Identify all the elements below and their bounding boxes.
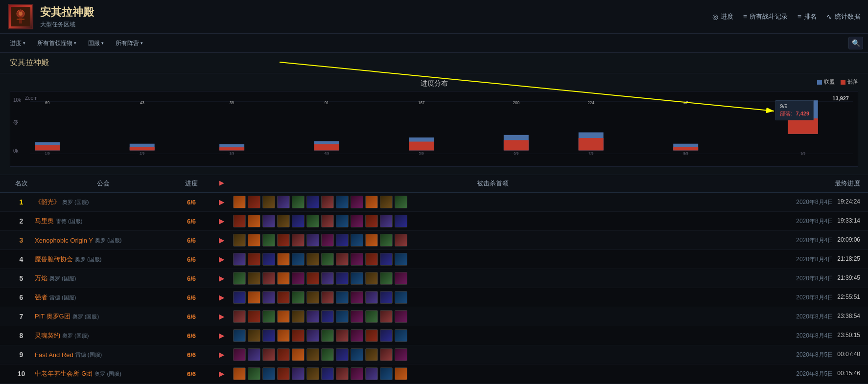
svg-rect-6 bbox=[35, 145, 60, 151]
video-4[interactable]: ▶ bbox=[211, 255, 233, 264]
legend-horde-label: 部落 bbox=[847, 78, 858, 86]
bosses-7 bbox=[233, 310, 752, 323]
chart-section: 进度分布 联盟 部落 10k 0k Zoom 公会 bbox=[0, 73, 868, 175]
bosses-6 bbox=[233, 291, 752, 304]
svg-text:3/9: 3/9 bbox=[230, 151, 235, 156]
svg-text:6/9: 6/9 bbox=[514, 151, 518, 156]
header-title-group: 安其拉神殿 大型任务区域 bbox=[40, 5, 94, 29]
stats-icon: ∿ bbox=[826, 13, 832, 21]
svg-rect-14 bbox=[219, 147, 244, 150]
date-time-10: 2020年8月5日 00:15:46 bbox=[752, 370, 860, 378]
date-time-5: 2020年8月4日 21:39:45 bbox=[752, 274, 860, 283]
nav-ranking[interactable]: ≡ 排名 bbox=[798, 12, 817, 21]
progress-6: 6/6 bbox=[172, 294, 211, 301]
legend-alliance-label: 联盟 bbox=[824, 78, 835, 86]
svg-rect-18 bbox=[314, 144, 339, 151]
rank-5: 5 bbox=[8, 274, 35, 282]
subnav-bosses[interactable]: 所有首领怪物 ▾ bbox=[32, 37, 81, 49]
guild-4[interactable]: 魔兽脆砖协会 奥罗 (国服) bbox=[35, 255, 172, 264]
play-icon: ▶ bbox=[219, 369, 225, 378]
nav-progress-label: 进度 bbox=[721, 12, 733, 21]
search-button[interactable]: 🔍 bbox=[848, 37, 863, 49]
horde-color bbox=[841, 80, 845, 85]
guild-2[interactable]: 马里奥 雷德 (国服) bbox=[35, 217, 172, 226]
guild-8[interactable]: 灵魂契约 奥罗 (国服) bbox=[35, 331, 172, 340]
guild-6[interactable]: 强者 雷德 (国服) bbox=[35, 293, 172, 302]
tooltip-value: 7,429 bbox=[796, 111, 809, 116]
svg-rect-26 bbox=[504, 140, 529, 150]
nav-progress[interactable]: ◎ 进度 bbox=[712, 12, 733, 21]
progress-7: 6/6 bbox=[172, 313, 211, 320]
bosses-9 bbox=[233, 348, 752, 361]
video-9[interactable]: ▶ bbox=[211, 350, 233, 359]
bosses-5 bbox=[233, 271, 752, 285]
progress-4: 6/6 bbox=[172, 256, 211, 263]
bosses-3 bbox=[233, 233, 752, 247]
chevron-down-icon: ▾ bbox=[23, 41, 25, 45]
guild-7[interactable]: PIT 奥罗G团 奥罗 (国服) bbox=[35, 312, 172, 321]
guild-9[interactable]: Fast And Red 雷德 (国服) bbox=[35, 351, 172, 359]
svg-text:9/9: 9/9 bbox=[800, 151, 805, 156]
rank-3: 3 bbox=[8, 236, 35, 244]
nav-ranking-label: 排名 bbox=[804, 12, 817, 21]
rank-2: 2 bbox=[8, 217, 35, 225]
guild-3[interactable]: Xenophobic Origin Y 奥罗 (国服) bbox=[35, 237, 172, 244]
video-10[interactable]: ▶ bbox=[211, 369, 233, 378]
guild-5[interactable]: 万焰 奥罗 (国服) bbox=[35, 274, 172, 283]
progress-9: 6/6 bbox=[172, 351, 211, 359]
page-title: 安其拉神殿 bbox=[0, 53, 868, 73]
zone-icon bbox=[8, 4, 33, 29]
table-row: 10 中老年养生会所-G团 奥罗 (国服) 6/6 ▶ 2020年8月5日 00… bbox=[0, 364, 868, 384]
svg-rect-3 bbox=[17, 19, 24, 20]
th-progress: 进度 bbox=[172, 179, 211, 188]
legend-horde: 部落 bbox=[841, 78, 858, 86]
nav-records[interactable]: ≡ 所有战斗记录 bbox=[743, 12, 788, 21]
progress-8: 6/6 bbox=[172, 332, 211, 339]
ranking-icon: ≡ bbox=[798, 13, 801, 21]
svg-text:200: 200 bbox=[513, 100, 520, 105]
video-7[interactable]: ▶ bbox=[211, 312, 233, 321]
progress-3: 6/6 bbox=[172, 237, 211, 244]
svg-text:4/9: 4/9 bbox=[324, 151, 329, 156]
video-5[interactable]: ▶ bbox=[211, 274, 233, 283]
play-icon: ▶ bbox=[219, 274, 225, 282]
rank-10: 10 bbox=[8, 370, 35, 378]
video-2[interactable]: ▶ bbox=[211, 217, 233, 226]
table-row: 9 Fast And Red 雷德 (国服) 6/6 ▶ 2020年8月5日 0… bbox=[0, 345, 868, 364]
subnav-faction-label: 所有阵营 bbox=[116, 39, 139, 47]
rank-6: 6 bbox=[8, 294, 35, 301]
chevron-down-icon: ▾ bbox=[101, 41, 104, 45]
table-header: 名次 公会 进度 ▶ 被击杀首领 最终进度 bbox=[0, 175, 868, 193]
subnav: 进度 ▾ 所有首领怪物 ▾ 国服 ▾ 所有阵营 ▾ 🔍 bbox=[0, 34, 868, 53]
rank-7: 7 bbox=[8, 313, 35, 320]
video-6[interactable]: ▶ bbox=[211, 293, 233, 302]
nav-stats[interactable]: ∿ 统计数据 bbox=[826, 12, 860, 21]
table-row: 7 PIT 奥罗G团 奥罗 (国服) 6/6 ▶ 2020年8月4日 23:38… bbox=[0, 307, 868, 326]
svg-text:5/9: 5/9 bbox=[419, 151, 424, 156]
play-icon: ▶ bbox=[219, 236, 225, 244]
guild-10[interactable]: 中老年养生会所-G团 奥罗 (国服) bbox=[35, 369, 172, 378]
zone-name: 安其拉神殿 bbox=[40, 5, 94, 20]
subnav-faction[interactable]: 所有阵营 ▾ bbox=[111, 37, 148, 49]
video-1[interactable]: ▶ bbox=[211, 198, 233, 206]
records-icon: ≡ bbox=[743, 13, 747, 21]
y-max-label: 10k bbox=[13, 97, 21, 103]
table-row: 8 灵魂契约 奥罗 (国服) 6/6 ▶ 2020年8月4日 23:50:15 bbox=[0, 326, 868, 345]
progress-1: 6/6 bbox=[172, 199, 211, 206]
svg-text:1/9: 1/9 bbox=[45, 151, 50, 156]
table-row: 5 万焰 奥罗 (国服) 6/6 ▶ 2020年8月4日 21:39:45 bbox=[0, 269, 868, 288]
subnav-progress[interactable]: 进度 ▾ bbox=[5, 37, 30, 49]
progress-10: 6/6 bbox=[172, 370, 211, 378]
video-8[interactable]: ▶ bbox=[211, 331, 233, 340]
progress-5: 6/6 bbox=[172, 275, 211, 282]
svg-text:7/9: 7/9 bbox=[588, 151, 593, 156]
subnav-region[interactable]: 国服 ▾ bbox=[83, 37, 109, 49]
th-final-progress: 最终进度 bbox=[752, 179, 860, 188]
video-3[interactable]: ▶ bbox=[211, 236, 233, 245]
table-row: 1 《韶光》 奥罗 (国服) 6/6 ▶ 2020年8月4日 19:24:24 bbox=[0, 193, 868, 212]
guild-1[interactable]: 《韶光》 奥罗 (国服) bbox=[35, 198, 172, 206]
tooltip-label: 部落: bbox=[780, 111, 792, 116]
table-row: 2 马里奥 雷德 (国服) 6/6 ▶ 2020年8月4日 19:33:14 bbox=[0, 212, 868, 231]
th-guild: 公会 bbox=[35, 179, 172, 188]
chart-bars-svg: 69 1/9 43 2/9 39 3/9 91 4/9 bbox=[30, 99, 853, 156]
